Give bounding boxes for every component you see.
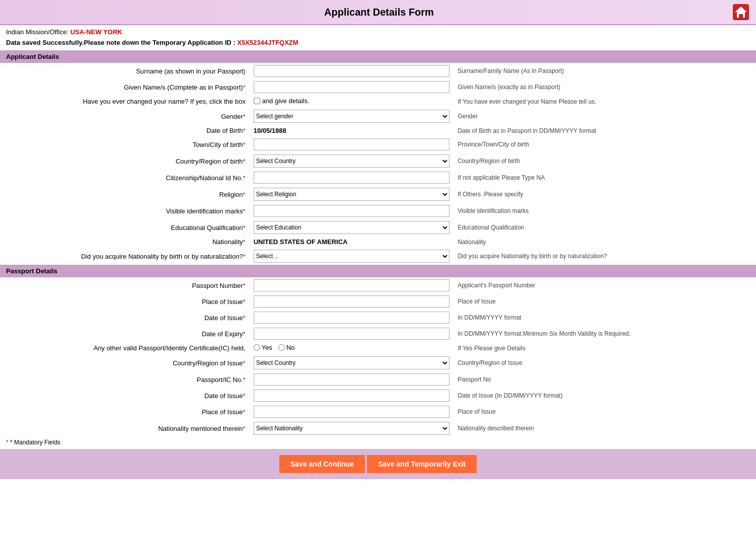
- education-hint: Educational Qualification: [453, 219, 756, 236]
- applicant-table: Surname (as shown in your Passport) Surn…: [0, 63, 756, 265]
- date-expiry-input[interactable]: [254, 328, 450, 340]
- name-changed-checkbox[interactable]: [254, 98, 260, 104]
- town-hint: Province/Town/City of birth: [453, 136, 756, 152]
- nationality-therein-row: Nationality mentioned therein* Select Na…: [0, 420, 756, 437]
- visible-marks-input[interactable]: [254, 205, 450, 217]
- country-birth-row: Country/Region of birth* Select Country …: [0, 152, 756, 170]
- surname-input[interactable]: [254, 65, 450, 77]
- home-icon[interactable]: [732, 3, 750, 21]
- nationality-therein-hint: Nationality described therein: [453, 420, 756, 437]
- passport-no-input[interactable]: [254, 279, 450, 291]
- name-changed-label: Have you ever changed your name? If yes,…: [0, 95, 250, 108]
- save-exit-button[interactable]: Save and Temporarily Exit: [367, 455, 477, 473]
- date-issue-row: Date of Issue* In DD/MM/YYYY format: [0, 310, 756, 326]
- citizenship-row: Citizenship/National Id No.* If not appl…: [0, 170, 756, 186]
- visible-marks-hint: Visible identification marks: [453, 203, 756, 219]
- country-issue-row: Country/Region of Issue* Select Country …: [0, 354, 756, 371]
- applicant-section-header: Applicant Details: [0, 50, 756, 63]
- religion-select[interactable]: Select Religion Hindu Muslim Christian S…: [254, 188, 450, 201]
- nationality-value: UNITED STATES OF AMERICA: [254, 238, 348, 246]
- date-expiry-hint: In DD/MM/YYYY format.Minimum Six Month V…: [453, 326, 756, 342]
- save-continue-button[interactable]: Save and Continue: [279, 455, 365, 473]
- nationality-hint: Nationality: [453, 236, 756, 248]
- header-bar: Applicant Details Form: [0, 0, 756, 25]
- citizenship-hint: If not applicable Please Type NA: [453, 170, 756, 186]
- page-title: Applicant Details Form: [26, 7, 732, 18]
- form-container: Applicant Details Surname (as shown in y…: [0, 50, 756, 449]
- given-name-hint: Given Name/s (exactly as in Passport): [453, 79, 756, 95]
- gender-row: Gender* Select gender Male Female Transg…: [0, 108, 756, 125]
- passport-no-hint: Applicant's Passport Number: [453, 277, 756, 293]
- mandatory-note: * * Mandatory Fields: [0, 437, 756, 449]
- religion-hint: If Others .Please specify: [453, 186, 756, 203]
- name-changed-hint: If You have ever changed your Name Pleas…: [453, 95, 756, 108]
- gender-hint: Gender: [453, 108, 756, 125]
- passport-ic-row: Passport/IC No.* Passport No: [0, 371, 756, 388]
- date-expiry-row: Date of Expiry* In DD/MM/YYYY format.Min…: [0, 326, 756, 342]
- surname-input-cell: [250, 63, 454, 79]
- mission-line: Indian Mission/Office: USA-NEW YORK: [0, 25, 756, 37]
- given-name-row: Given Name/s (Complete as in Passport)* …: [0, 79, 756, 95]
- place-issue-hint: Place of Issue: [453, 293, 756, 310]
- country-birth-select[interactable]: Select Country: [254, 155, 450, 168]
- save-message: Data saved Successfully.Please note down…: [0, 37, 756, 50]
- nat-by-row: Did you acquire Nationality by birth or …: [0, 248, 756, 265]
- yes-radio[interactable]: [254, 344, 260, 351]
- place-issue-row: Place of Issue* Place of Issue: [0, 293, 756, 310]
- visible-marks-row: Visible identification marks* Visible id…: [0, 203, 756, 219]
- nationality-therein-select[interactable]: Select Nationality: [254, 422, 450, 435]
- nationality-row: Nationality* UNITED STATES OF AMERICA Na…: [0, 236, 756, 248]
- education-row: Educational Qualification* Select Educat…: [0, 219, 756, 236]
- nat-by-select[interactable]: Select .. Birth Naturalization: [254, 250, 450, 263]
- country-birth-hint: Country/Region of birth: [453, 152, 756, 170]
- surname-hint: Surname/Family Name (As in Passport): [453, 63, 756, 79]
- gender-select[interactable]: Select gender Male Female Transgender: [254, 110, 450, 123]
- town-row: Town/City of birth* Province/Town/City o…: [0, 136, 756, 152]
- date-issue2-row: Date of Issue* Date of Issue (In DD/MM/Y…: [0, 388, 756, 404]
- date-issue2-hint: Date of Issue (In DD/MM/YYYY format): [453, 388, 756, 404]
- name-changed-row: Have you ever changed your name? If yes,…: [0, 95, 756, 108]
- date-issue-hint: In DD/MM/YYYY format: [453, 310, 756, 326]
- place-issue2-input[interactable]: [254, 406, 450, 418]
- town-input[interactable]: [254, 138, 450, 150]
- passport-table: Passport Number* Applicant's Passport Nu…: [0, 277, 756, 437]
- place-issue-input[interactable]: [254, 295, 450, 308]
- religion-row: Religion* Select Religion Hindu Muslim C…: [0, 186, 756, 203]
- other-passport-row: Any other valid Passport/Identity Certif…: [0, 342, 756, 354]
- education-select[interactable]: Select Education Below Matriculation Mat…: [254, 221, 450, 234]
- given-name-label: Given Name/s (Complete as in Passport)*: [0, 79, 250, 95]
- date-issue2-input[interactable]: [254, 390, 450, 402]
- passport-section-header: Passport Details: [0, 265, 756, 277]
- dob-hint: Date of Birth as in Passport in DD/MM/YY…: [453, 125, 756, 136]
- other-passport-hint: If Yes Please give Details: [453, 342, 756, 354]
- no-radio-label: No: [278, 344, 295, 351]
- place-issue2-row: Place of Issue* Place of Issue: [0, 404, 756, 420]
- no-radio[interactable]: [278, 344, 285, 351]
- passport-ic-hint: Passport No: [453, 371, 756, 388]
- dob-row: Date of Birth* 10/05/1988 Date of Birth …: [0, 125, 756, 136]
- date-issue-input[interactable]: [254, 312, 450, 324]
- passport-ic-input[interactable]: [254, 373, 450, 386]
- given-name-input[interactable]: [254, 81, 450, 93]
- footer-bar: Save and Continue Save and Temporarily E…: [0, 449, 756, 479]
- dob-value: 10/05/1988: [254, 127, 286, 134]
- surname-row: Surname (as shown in your Passport) Surn…: [0, 63, 756, 79]
- yes-radio-label: Yes: [254, 344, 272, 351]
- surname-label: Surname (as shown in your Passport): [0, 63, 250, 79]
- country-issue-select[interactable]: Select Country: [254, 356, 450, 369]
- nat-by-hint: Did you acquire Nationality by birth or …: [453, 248, 756, 265]
- place-issue2-hint: Place of Issue: [453, 404, 756, 420]
- citizenship-input[interactable]: [254, 172, 450, 184]
- passport-no-row: Passport Number* Applicant's Passport Nu…: [0, 277, 756, 293]
- country-issue-hint: Country/Region of Issue: [453, 354, 756, 371]
